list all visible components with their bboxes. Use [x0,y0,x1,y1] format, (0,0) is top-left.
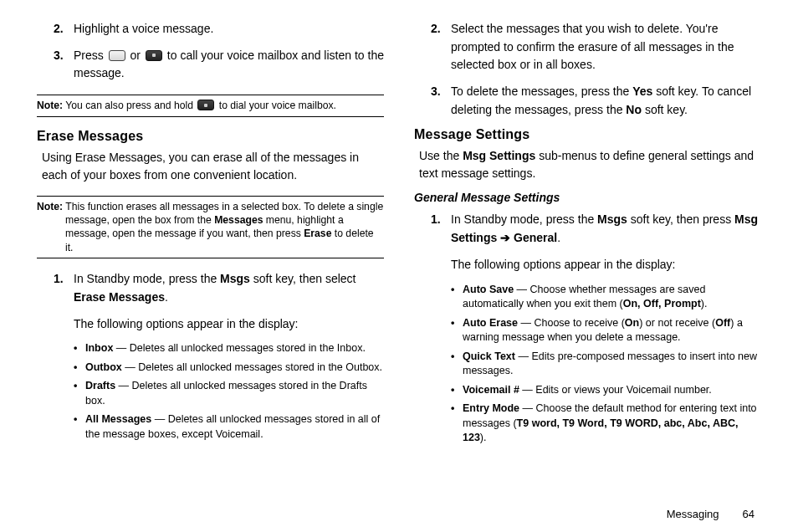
list-item: 3. Press or to call your voice mailbox a… [37,47,384,83]
bullet-dot: • [74,412,85,442]
bullet-item: • Auto Save — Choose whether messages ar… [451,283,761,312]
bullet-item: • All Messages — Deletes all unlocked me… [74,412,384,442]
step-text: In Standby mode, press the Msgs soft key… [74,270,384,306]
step-number: 2. [54,20,74,38]
note-box: Note: This function erases all messages … [37,196,384,259]
list-item: 2. Select the messages that you wish to … [414,20,761,74]
list-item: 2. Highlight a voice message. [37,20,384,38]
note-text: Note: You can also press and hold to dia… [37,99,384,112]
step-text: In Standby mode, press the Msgs soft key… [451,211,761,247]
bullet-dot: • [451,383,463,398]
bullet-item: • Auto Erase — Choose to receive (On) or… [451,316,761,345]
step-body: Highlight a voice message. [74,20,384,38]
bullet-text: Voicemail # — Edits or views your Voicem… [463,383,761,398]
step-text: Highlight a voice message. [74,20,384,38]
page-footer: Messaging 64 [667,508,755,520]
step-body: To delete the messages, press the Yes so… [451,83,761,119]
note-text: Note: This function erases all messages … [37,200,384,255]
footer-section: Messaging [667,508,719,520]
bullet-item: • Inbox — Deletes all unlocked messages … [74,341,384,356]
step-follow: The following options appear in the disp… [451,256,761,274]
bullet-dot: • [451,283,463,312]
step-number: 1. [431,211,451,274]
step-follow: The following options appear in the disp… [74,315,384,334]
heading-general-message-settings: General Message Settings [414,191,761,204]
step-number: 1. [54,270,74,333]
note-box: Note: You can also press and hold to dia… [37,95,384,116]
heading-erase-messages: Erase Messages [37,129,384,144]
list-item: 3. To delete the messages, press the Yes… [414,83,761,119]
step-number: 3. [431,83,451,119]
step-body: In Standby mode, press the Msgs soft key… [451,211,761,274]
note-label: Note: [37,100,63,111]
bullet-text: All Messages — Deletes all unlocked mess… [85,412,384,442]
list-item: 1. In Standby mode, press the Msgs soft … [414,211,761,274]
step-text: Press or to call your voice mailbox and … [74,47,384,83]
ok-key-icon [197,100,214,110]
step-text: Select the messages that you wish to del… [451,20,761,74]
bullet-text: Outbox — Deletes all unlocked messages s… [85,361,384,376]
step-body: Press or to call your voice mailbox and … [74,47,384,83]
bullet-dot: • [74,361,85,376]
note-label: Note: [37,201,63,212]
arrow-icon: ➔ [497,231,514,244]
step-number: 2. [431,20,451,74]
bullet-text: Drafts — Deletes all unlocked messages s… [85,379,384,408]
erase-intro: Using Erase Messages, you can erase all … [42,149,384,184]
bullet-item: • Entry Mode — Choose the default method… [451,402,761,446]
bullet-item: • Drafts — Deletes all unlocked messages… [74,379,384,408]
settings-intro: Use the Msg Settings sub-menus to define… [419,147,761,182]
bullet-dot: • [451,350,463,379]
send-key-icon [109,50,125,61]
step-body: Select the messages that you wish to del… [451,20,761,74]
list-item: 1. In Standby mode, press the Msgs soft … [37,270,384,333]
step-text: To delete the messages, press the Yes so… [451,83,761,119]
bullet-item: • Outbox — Deletes all unlocked messages… [74,361,384,376]
bullet-item: • Voicemail # — Edits or views your Voic… [451,383,761,398]
bullet-dot: • [74,379,85,408]
step-body: In Standby mode, press the Msgs soft key… [74,270,384,333]
bullet-text: Auto Erase — Choose to receive (On) or n… [463,316,761,345]
bullet-item: • Quick Text — Edits pre-composed messag… [451,350,761,379]
right-column: 2. Select the messages that you wish to … [414,20,761,450]
footer-page-number: 64 [743,508,755,520]
bullet-text: Auto Save — Choose whether messages are … [463,283,761,312]
ok-key-icon [146,50,162,61]
page-columns: 2. Highlight a voice message. 3. Press o… [37,20,761,450]
left-column: 2. Highlight a voice message. 3. Press o… [37,20,384,450]
bullet-dot: • [451,402,463,446]
bullet-dot: • [74,341,85,356]
bullet-text: Inbox — Deletes all unlocked messages st… [85,341,384,356]
bullet-dot: • [451,316,463,345]
bullet-text: Entry Mode — Choose the default method f… [463,402,761,446]
heading-message-settings: Message Settings [414,127,761,142]
step-number: 3. [54,47,74,83]
bullet-text: Quick Text — Edits pre-composed messages… [463,350,761,379]
